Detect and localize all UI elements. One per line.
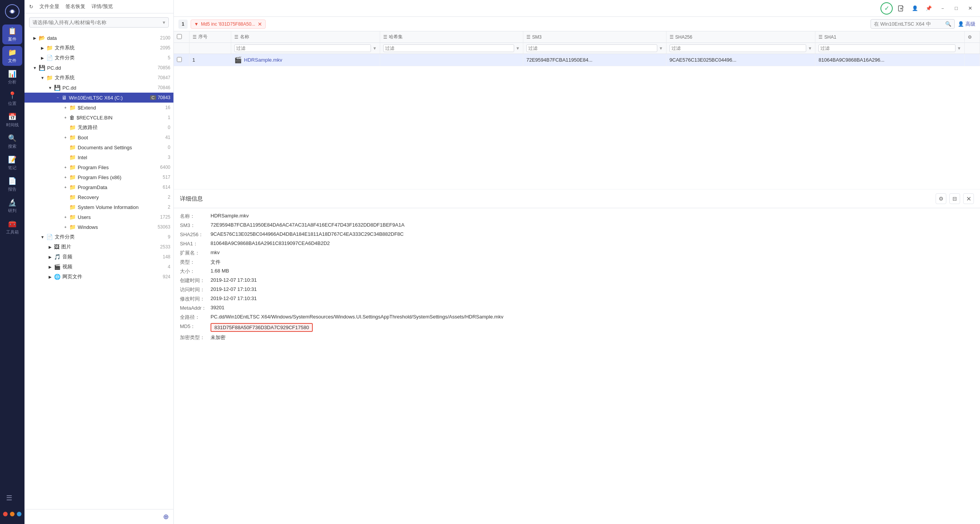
expand-progdata-icon[interactable]: + bbox=[63, 184, 68, 190]
expand-pcdd2-icon[interactable]: ▼ bbox=[47, 85, 53, 90]
detail-actions: ⚙ ⊟ ✕ bbox=[936, 193, 974, 204]
tree-item-filesystem2[interactable]: ▼ 📁 文件系统 70847 bbox=[24, 73, 173, 83]
row-checkbox-cell[interactable] bbox=[174, 54, 189, 66]
tree-item-users[interactable]: + 📁 Users 1725 bbox=[24, 212, 173, 222]
expand-fc2-icon[interactable]: ▼ bbox=[40, 234, 45, 240]
tree-item-webpage[interactable]: ▶ 🌐 网页文件 924 bbox=[24, 272, 173, 282]
tree-item-extend[interactable]: + 📁 $Extend 16 bbox=[24, 103, 173, 113]
filter-sha1-input[interactable] bbox=[818, 44, 956, 52]
expand-fc1-icon[interactable]: ▶ bbox=[40, 55, 45, 60]
tree-item-boot[interactable]: + 📁 Boot 41 bbox=[24, 132, 173, 142]
expand-data-icon[interactable]: ▶ bbox=[32, 35, 38, 41]
tree-item-pcdd2[interactable]: ▼ 💾 PC.dd 70846 bbox=[24, 83, 173, 93]
nav-item-cases[interactable]: 📋 案件 bbox=[2, 24, 22, 44]
nav-item-files[interactable]: 📁 文件 bbox=[2, 46, 22, 66]
nav-item-tools[interactable]: 🧰 工具箱 bbox=[2, 217, 22, 237]
tree-item-data[interactable]: ▶ 📂 data 2100 bbox=[24, 33, 173, 43]
refresh-btn[interactable]: ↻ bbox=[29, 4, 33, 10]
tree-item-progfiles[interactable]: + 📁 Program Files 6400 bbox=[24, 162, 173, 172]
maximize-btn[interactable]: □ bbox=[951, 3, 962, 14]
nav-item-menu[interactable]: ☰ bbox=[0, 488, 19, 508]
close-btn[interactable]: ✕ bbox=[965, 3, 975, 14]
detail-panel: 详细信息 ⚙ ⊟ ✕ 名称： HDRSample.mkv bbox=[174, 189, 980, 524]
tree-item-docs[interactable]: 📁 Documents and Settings 0 bbox=[24, 142, 173, 152]
detail-layout-btn[interactable]: ⊟ bbox=[949, 193, 960, 204]
search-box[interactable]: ▾ bbox=[29, 17, 169, 28]
expand-audio-icon[interactable]: ▶ bbox=[47, 254, 53, 260]
file-search-box[interactable]: 🔍 bbox=[871, 19, 955, 29]
filter-name-funnel-icon[interactable]: ▼ bbox=[372, 46, 377, 51]
table-row[interactable]: 1 🎬 HDRSample.mkv 72E9594B7FCBA11950E84.… bbox=[174, 54, 980, 66]
expand-extend-icon[interactable]: + bbox=[63, 105, 68, 110]
row-name-cell[interactable]: 🎬 HDRSample.mkv bbox=[231, 54, 380, 66]
row-checkbox[interactable] bbox=[177, 57, 182, 62]
filter-hash-funnel-icon[interactable]: ▼ bbox=[516, 46, 520, 51]
tree-item-filecategory1[interactable]: ▶ 📄 文件分类 5 bbox=[24, 53, 173, 63]
filter-name-input[interactable] bbox=[234, 44, 371, 52]
expand-progfiles86-icon[interactable]: + bbox=[63, 175, 68, 180]
expand-recycle-icon[interactable]: + bbox=[63, 115, 68, 120]
detail-row-encrypt: 加密类型： 未加密 bbox=[180, 334, 974, 341]
col-name: ☰名称 bbox=[231, 31, 380, 43]
tree-item-filecategory2[interactable]: ▼ 📄 文件分类 9 bbox=[24, 232, 173, 242]
advanced-search-btn[interactable]: 👤 高级 bbox=[958, 21, 975, 28]
new-file-btn[interactable] bbox=[896, 3, 906, 14]
pin-btn[interactable]: 📌 bbox=[923, 3, 934, 14]
filter-close-btn[interactable]: ✕ bbox=[258, 21, 262, 27]
expand-progfiles-icon[interactable]: + bbox=[63, 165, 68, 170]
detail-preview-btn[interactable]: 详情/预览 bbox=[91, 3, 113, 10]
expand-video-icon[interactable]: ▶ bbox=[47, 264, 53, 269]
nav-item-notes[interactable]: 📝 笔记 bbox=[2, 153, 22, 173]
nav-item-report[interactable]: 📄 报告 bbox=[2, 175, 22, 194]
expand-pcdd-icon[interactable]: ▼ bbox=[32, 65, 38, 70]
filter-sha256-funnel-icon[interactable]: ▼ bbox=[808, 46, 812, 51]
app-logo[interactable] bbox=[5, 4, 20, 19]
expand-boot-icon[interactable]: + bbox=[63, 135, 68, 140]
filter-sha1-funnel-icon[interactable]: ▼ bbox=[957, 46, 961, 51]
filter-cell-hash: ▼ bbox=[380, 43, 523, 54]
filter-sha256-input[interactable] bbox=[670, 44, 807, 52]
nav-item-research[interactable]: 🔬 研判 bbox=[2, 196, 22, 216]
col-settings[interactable]: ⚙ bbox=[965, 31, 980, 43]
tree-item-progfiles86[interactable]: + 📁 Program Files (x86) 517 bbox=[24, 172, 173, 182]
tree-item-progdata[interactable]: + 📁 ProgramData 614 bbox=[24, 182, 173, 192]
nav-item-analysis[interactable]: 📊 分析 bbox=[2, 67, 22, 87]
user-btn[interactable]: 👤 bbox=[910, 3, 920, 14]
select-all-checkbox[interactable] bbox=[177, 34, 182, 39]
nav-item-timeline[interactable]: 📅 时间线 bbox=[2, 110, 22, 130]
file-all-btn[interactable]: 文件全显 bbox=[39, 3, 59, 10]
file-name-link[interactable]: HDRSample.mkv bbox=[244, 57, 283, 63]
nav-item-search[interactable]: 🔍 搜索 bbox=[2, 132, 22, 152]
tree-item-windows[interactable]: + 📁 Windows 53063 bbox=[24, 222, 173, 232]
tree-item-intel[interactable]: 📁 Intel 3 bbox=[24, 152, 173, 162]
tree-item-recycle[interactable]: + 🗑 $RECYCLE.BIN 1 bbox=[24, 113, 173, 122]
filter-sm3-funnel-icon[interactable]: ▼ bbox=[659, 46, 663, 51]
expand-images-icon[interactable]: ▶ bbox=[47, 244, 53, 250]
tree-item-filesystem1[interactable]: ▶ 📁 文件系统 2095 bbox=[24, 43, 173, 53]
tree-item-images[interactable]: ▶ 🖼 图片 2533 bbox=[24, 242, 173, 252]
tree-item-pcdd[interactable]: ▼ 💾 PC.dd 70856 bbox=[24, 63, 173, 73]
expand-windows-icon[interactable]: + bbox=[63, 224, 68, 230]
tree-item-video[interactable]: ▶ 🎬 视频 4 bbox=[24, 262, 173, 272]
detail-settings-btn[interactable]: ⚙ bbox=[936, 193, 946, 204]
detail-close-btn[interactable]: ✕ bbox=[963, 193, 974, 204]
search-input[interactable] bbox=[33, 20, 163, 25]
minimize-btn[interactable]: － bbox=[937, 3, 948, 14]
filter-hash-input[interactable] bbox=[383, 44, 514, 52]
expand-fs2-icon[interactable]: ▼ bbox=[40, 75, 45, 80]
tree-item-invalid[interactable]: 📁 无效路径 0 bbox=[24, 122, 173, 132]
col-sm3: ☰SM3 bbox=[523, 31, 666, 43]
tree-item-sysvolinfo[interactable]: 📁 System Volume Information 2 bbox=[24, 202, 173, 212]
expand-fs1-icon[interactable]: ▶ bbox=[40, 45, 45, 51]
tree-item-audio[interactable]: ▶ 🎵 音频 148 bbox=[24, 252, 173, 262]
tree-item-win10[interactable]: － 🖥 Win10EntLTSC X64 (C:) C 70843 bbox=[24, 93, 173, 103]
expand-win10-icon[interactable]: － bbox=[55, 95, 60, 100]
nav-item-location[interactable]: 📍 位置 bbox=[2, 89, 22, 109]
expand-users-icon[interactable]: + bbox=[63, 214, 68, 220]
filter-sm3-input[interactable] bbox=[526, 44, 657, 52]
file-search-input[interactable] bbox=[874, 21, 945, 27]
tree-item-recovery[interactable]: 📁 Recovery 2 bbox=[24, 192, 173, 202]
add-item-btn[interactable]: ⊕ bbox=[163, 513, 169, 521]
sign-restore-btn[interactable]: 签名恢复 bbox=[65, 3, 85, 10]
expand-webpage-icon[interactable]: ▶ bbox=[47, 274, 53, 279]
